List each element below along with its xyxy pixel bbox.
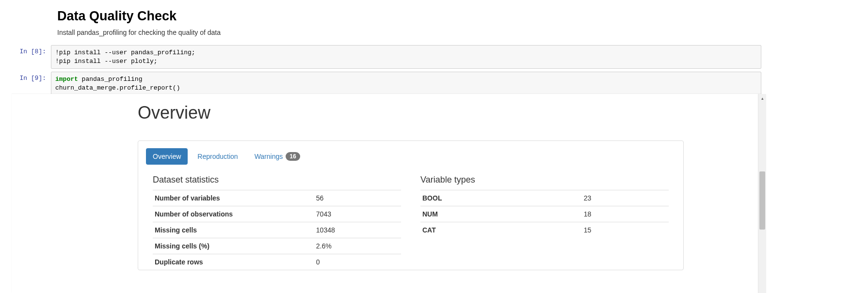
- stat-value: 15: [582, 222, 669, 238]
- stat-label: Missing cells (%): [153, 238, 314, 254]
- stat-label: NUM: [420, 206, 582, 222]
- tab-overview[interactable]: Overview: [146, 148, 188, 165]
- section-text: Install pandas_profiling for checking th…: [57, 29, 761, 36]
- report-tabs: Overview Reproduction Warnings 16: [146, 148, 675, 165]
- stat-value: 56: [314, 190, 401, 206]
- table-row: Number of observations 7043: [153, 206, 401, 222]
- stat-label: Number of observations: [153, 206, 314, 222]
- profile-report: Overview Overview Reproduction Warnings …: [138, 94, 684, 270]
- warnings-count-badge: 16: [286, 152, 300, 161]
- scroll-up-icon[interactable]: ▴: [758, 94, 766, 102]
- report-title: Overview: [138, 103, 684, 123]
- tab-label: Reproduction: [197, 153, 238, 160]
- table-row: NUM 18: [420, 206, 669, 222]
- table-row: BOOL 23: [420, 190, 669, 206]
- tab-warnings[interactable]: Warnings 16: [248, 148, 307, 165]
- code-text: churn_data_merge.profile_report(): [55, 84, 180, 92]
- dataset-stats-heading: Dataset statistics: [153, 175, 401, 185]
- stat-value: 18: [582, 206, 669, 222]
- stat-label: Missing cells: [153, 222, 314, 238]
- stat-label: CAT: [420, 222, 582, 238]
- code-text: pandas_profiling: [78, 76, 143, 83]
- dataset-stats-table: Number of variables 56 Number of observa…: [153, 190, 401, 270]
- tab-reproduction[interactable]: Reproduction: [191, 148, 244, 165]
- stat-value: 23: [582, 190, 669, 206]
- stat-label: Number of variables: [153, 190, 314, 206]
- scrollbar-thumb[interactable]: [759, 171, 765, 230]
- table-row: Duplicate rows 0: [153, 254, 401, 270]
- code-input[interactable]: import pandas_profiling churn_data_merge…: [51, 72, 761, 95]
- variable-types-col: Variable types BOOL 23 NUM 18 CAT 15: [420, 175, 669, 270]
- table-row: Missing cells 10348: [153, 222, 401, 238]
- output-scrollbar[interactable]: ▴: [758, 94, 766, 293]
- overview-panel: Overview Reproduction Warnings 16 Datase…: [138, 140, 684, 270]
- dataset-stats-col: Dataset statistics Number of variables 5…: [153, 175, 401, 270]
- cell-output: Overview Overview Reproduction Warnings …: [12, 94, 761, 293]
- stat-value: 7043: [314, 206, 401, 222]
- stat-value: 2.6%: [314, 238, 401, 254]
- markdown-cell: Data Quality Check Install pandas_profil…: [57, 0, 761, 36]
- tab-label: Overview: [153, 153, 181, 160]
- table-row: CAT 15: [420, 222, 669, 238]
- stat-value: 0: [314, 254, 401, 270]
- tab-label: Warnings: [255, 153, 283, 160]
- in-prompt: In [8]:: [0, 45, 51, 55]
- variable-types-heading: Variable types: [420, 175, 669, 185]
- code-input[interactable]: !pip install --user pandas_profiling; !p…: [51, 45, 761, 69]
- table-row: Number of variables 56: [153, 190, 401, 206]
- keyword-import: import: [55, 76, 78, 83]
- stat-label: Duplicate rows: [153, 254, 314, 270]
- variable-types-table: BOOL 23 NUM 18 CAT 15: [420, 190, 669, 238]
- stats-row: Dataset statistics Number of variables 5…: [146, 175, 675, 270]
- stat-value: 10348: [314, 222, 401, 238]
- code-cell: In [8]: !pip install --user pandas_profi…: [0, 45, 761, 69]
- stat-label: BOOL: [420, 190, 582, 206]
- in-prompt: In [9]:: [0, 72, 51, 82]
- table-row: Missing cells (%) 2.6%: [153, 238, 401, 254]
- section-heading: Data Quality Check: [57, 9, 761, 24]
- code-cell: In [9]: import pandas_profiling churn_da…: [0, 72, 761, 95]
